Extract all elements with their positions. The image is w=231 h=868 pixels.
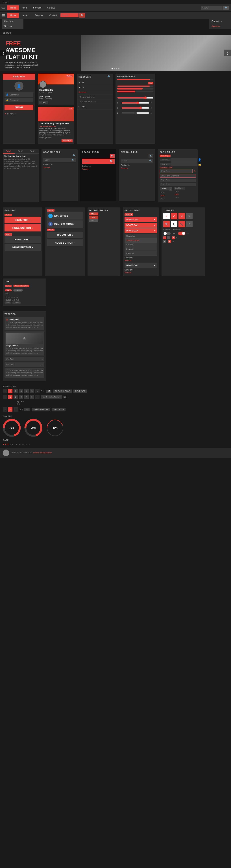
tag-small-2[interactable]: SMALL	[5, 289, 12, 291]
menu-search-icon[interactable]: 🔍	[107, 75, 111, 79]
slider-prev-button[interactable]: ❮	[0, 50, 7, 56]
toggle-phone-white[interactable]: 📞	[171, 221, 178, 227]
btn-state-normal[interactable]: SMALL	[89, 213, 99, 215]
nav1-contact[interactable]: Contact	[44, 5, 57, 10]
chevron-up-icon-mini-2[interactable]: ▴	[42, 363, 43, 366]
icon-btn-small-label-2[interactable]: SMALL	[47, 228, 54, 231]
nav1-services[interactable]: Services	[30, 5, 44, 10]
tag-small-1[interactable]: SMALL	[5, 285, 12, 287]
list-view-icon[interactable]: ☰	[67, 395, 69, 399]
menu-sample-service-sub[interactable]: Service Submenu	[77, 95, 113, 99]
dropdown-item-about-us[interactable]: About Us	[124, 251, 157, 256]
double-tag-back[interactable]: Back	[4, 302, 11, 304]
star-5[interactable]: ♥	[11, 443, 13, 446]
error-form-input[interactable]	[160, 169, 193, 173]
tab-1[interactable]: TAB 1	[3, 149, 15, 154]
small-button-1[interactable]: SMALL	[4, 214, 12, 216]
number-list-item-1987[interactable]: 1987	[160, 197, 172, 200]
big-dark-button[interactable]: BIG BUTTON ›	[4, 236, 41, 243]
page-prev-arrow-1[interactable]: ‹	[3, 389, 7, 393]
search-services-3[interactable]: Services	[121, 167, 153, 170]
blog-read-more-button[interactable]: Read More	[62, 140, 73, 142]
tag-female[interactable]: FEMALE	[13, 289, 23, 291]
huge-dark-button[interactable]: HUGE BUTTON ›	[4, 244, 41, 251]
menu-search-button-1[interactable]: 🔍	[223, 6, 229, 10]
page-btn-4[interactable]: 4	[24, 389, 29, 393]
number-list-item-1986b[interactable]: 1986	[174, 193, 185, 196]
small-form-error-input[interactable]	[160, 174, 196, 178]
dropdown-item-submenu-hover[interactable]: Submenu Hover	[124, 238, 157, 243]
checkbox-check-2[interactable]: ✔	[168, 240, 171, 243]
menu-search-input-1[interactable]	[201, 6, 223, 10]
page-btn-1[interactable]: 1	[8, 389, 12, 393]
grid-view-icon[interactable]: ⊞	[63, 395, 66, 399]
number-list-item-1985b[interactable]: 1985	[174, 190, 185, 193]
toggle-switch-on[interactable]	[178, 231, 185, 235]
small-form-input[interactable]	[160, 179, 196, 182]
number-down-1[interactable]: ▼	[169, 189, 172, 191]
double-tag-forward[interactable]: Forward	[12, 302, 21, 304]
tab-3[interactable]: TAB 1	[27, 149, 39, 154]
page-btn-3b[interactable]: 3	[19, 395, 23, 399]
range-slider-2[interactable]	[121, 101, 149, 104]
nav2-about[interactable]: About	[20, 13, 31, 18]
btn-state-disabled[interactable]: SMALL	[89, 219, 99, 222]
search-input-3[interactable]	[122, 160, 148, 162]
facebook-icon-button[interactable]: f ICON HUGE BUTTON	[47, 220, 83, 228]
profile-contact-button[interactable]: Contact	[39, 101, 48, 104]
menu-search-button-2[interactable]: 🔍	[79, 13, 85, 18]
sort-by-date[interactable]: By Date	[17, 401, 228, 403]
small-form-input-2[interactable]	[160, 183, 196, 186]
star-outline-5[interactable]: ★	[28, 443, 31, 446]
number-list-item-1985c[interactable]: 1985	[174, 196, 185, 199]
range-slider-4[interactable]	[121, 112, 149, 115]
dropdown-button-1[interactable]: DROPDOWN ▾	[124, 217, 157, 222]
toggle-switch-off[interactable]	[163, 231, 170, 235]
page-btn-2[interactable]: 2	[13, 389, 18, 393]
menu-sample-services[interactable]: Services	[77, 90, 113, 95]
slider-dot-4[interactable]	[118, 68, 119, 69]
page-goto-input-1[interactable]	[46, 390, 51, 393]
toggle-check-white[interactable]: ✔	[163, 213, 170, 219]
slider-dot-2[interactable]	[114, 68, 115, 69]
number-list-item-1985[interactable]: 1985	[160, 191, 172, 194]
prev-page-btn-1[interactable]: PREVIOUS PAGE	[53, 390, 72, 393]
page-prev-arrow-3[interactable]: ‹	[3, 407, 7, 411]
page-btn-2b[interactable]: 2	[13, 395, 18, 399]
page-next-arrow-3[interactable]: ›	[13, 407, 18, 411]
next-page-btn-1[interactable]: NEXT PAGE	[73, 390, 87, 393]
dropdown-dark-button[interactable]: DROPDOWN ▾	[124, 263, 157, 268]
dropdown-item-find-me[interactable]: Find me	[2, 24, 24, 29]
icon-form-input-2[interactable]	[171, 162, 197, 166]
search-input-1[interactable]	[45, 159, 71, 161]
star-outline-3[interactable]: ★	[22, 443, 24, 446]
toggle-gear-gray[interactable]: ⚙	[186, 221, 193, 227]
dropdown-small-label[interactable]: SMALL ▾	[124, 213, 133, 216]
tag-outline-small[interactable]: This is a Long Tag	[5, 296, 19, 298]
menu-search-input-2[interactable]	[61, 13, 78, 18]
huge-button-1[interactable]: HUGE BUTTON ›	[4, 224, 41, 231]
nav1-about[interactable]: About	[19, 5, 30, 10]
search-contact-1[interactable]: Contact Us	[43, 163, 76, 166]
dropdown-item-services[interactable]: Services	[124, 247, 157, 251]
star-outline-2[interactable]: ★	[19, 443, 21, 446]
search-icon-3[interactable]: 🔍	[149, 154, 153, 158]
hamburger-icon[interactable]	[2, 7, 5, 9]
dropdown-item-submenu[interactable]: Submenu	[124, 243, 157, 247]
dropdown-button-2[interactable]: DROPDOWN ▾	[124, 223, 157, 228]
nav1-home[interactable]: Home	[7, 5, 19, 10]
slider-dot-1[interactable]	[112, 68, 113, 69]
checkbox-x-gray[interactable]: ✕	[163, 240, 166, 243]
page-goto-input-3[interactable]	[24, 408, 30, 411]
tab-2[interactable]: TAB 1	[15, 149, 27, 154]
page-next-arrow-2[interactable]: ›	[35, 395, 40, 399]
dropdown-item-contact[interactable]: Contact Us	[124, 234, 157, 238]
icon-huge-dark-button[interactable]: HUGE BUTTON ‹	[47, 239, 83, 246]
menu-sample-service-sub2[interactable]: Services 2 Submenu	[77, 99, 113, 104]
toggle-search-red[interactable]: 🔍	[163, 221, 170, 227]
sort-a-z[interactable]: A-Z	[17, 403, 228, 405]
page-btn-5b[interactable]: 5	[30, 395, 34, 399]
toggle-x-red[interactable]: ✕	[179, 213, 185, 219]
page-btn-1c[interactable]: 1	[8, 407, 12, 411]
star-2[interactable]: ♥	[5, 443, 6, 446]
